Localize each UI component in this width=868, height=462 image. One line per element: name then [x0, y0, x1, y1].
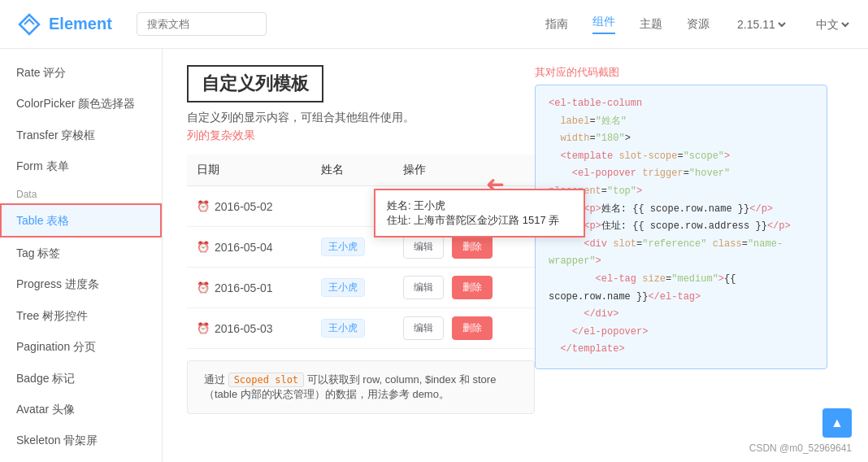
clock-icon: ⏰: [197, 241, 210, 253]
clock-icon: ⏰: [197, 281, 210, 294]
section-sub: 列的复杂效果: [187, 129, 535, 143]
version-select[interactable]: 2.15.11: [734, 17, 788, 32]
logo: Element: [16, 11, 112, 37]
popover-name: 姓名: 王小虎: [387, 198, 572, 213]
sidebar-item-tree[interactable]: Tree 树形控件: [0, 300, 162, 331]
logo-icon: [16, 11, 42, 37]
popover-address: 住址: 上海市普陀区金沙江路 1517 弄: [387, 213, 572, 228]
section-title: 自定义列模板: [187, 65, 323, 102]
sidebar-item-colorpicker[interactable]: ColorPicker 颜色选择器: [0, 88, 162, 119]
delete-button-2[interactable]: 删除: [452, 276, 493, 299]
edit-button-1[interactable]: 编辑: [403, 235, 444, 259]
cell-action-2: 编辑 删除: [393, 268, 535, 308]
code-title: 其对应的代码截图: [535, 65, 827, 80]
cell-date-3: ⏰ 2016-05-03: [187, 308, 311, 349]
cell-name-3: 王小虎: [311, 308, 393, 349]
col-name: 姓名: [311, 155, 393, 186]
sidebar-item-tag[interactable]: Tag 标签: [0, 238, 162, 268]
table-row: ⏰ 2016-05-03 王小虎 编辑 删除: [187, 308, 535, 349]
watermark: CSDN @m0_52969641: [749, 442, 852, 454]
table-area: 日期 姓名 操作 ⏰ 2016-05-02: [187, 155, 535, 349]
delete-button-1[interactable]: 删除: [452, 235, 493, 259]
sidebar-section-data: Data: [0, 182, 162, 203]
cell-action-3: 编辑 删除: [393, 308, 535, 349]
code-section: 其对应的代码截图 ➜ <el-table-column label="姓名" w…: [535, 65, 827, 414]
cell-date-1: ⏰ 2016-05-04: [187, 227, 311, 268]
edit-button-3[interactable]: 编辑: [403, 316, 444, 340]
sidebar-item-skeleton[interactable]: Skeleton 骨架屏: [0, 425, 162, 455]
name-tag-1[interactable]: 王小虎: [321, 238, 365, 256]
bottom-note: 通过 Scoped slot 可以获取到 row, column, $index…: [187, 360, 535, 414]
sidebar-item-avatar[interactable]: Avatar 头像: [0, 394, 162, 425]
edit-button-2[interactable]: 编辑: [403, 276, 444, 299]
cell-date-2: ⏰ 2016-05-01: [187, 268, 311, 308]
sidebar-item-badge[interactable]: Badge 标记: [0, 363, 162, 394]
logo-text: Element: [49, 15, 112, 33]
nav-component[interactable]: 组件: [592, 15, 615, 34]
data-table: 日期 姓名 操作 ⏰ 2016-05-02: [187, 155, 535, 349]
sidebar: Rate 评分 ColorPicker 颜色选择器 Transfer 穿梭框 F…: [0, 49, 163, 462]
name-tag-3[interactable]: 王小虎: [321, 319, 365, 338]
nav: 指南 组件 主题 资源 2.15.11 中文: [545, 15, 852, 34]
name-tag-2[interactable]: 王小虎: [321, 278, 365, 297]
main-content: 自定义列模板 自定义列的显示内容，可组合其他组件使用。 列的复杂效果 日期 姓名…: [163, 49, 868, 462]
sidebar-item-progress[interactable]: Progress 进度条: [0, 268, 162, 299]
table-row: ⏰ 2016-05-01 王小虎 编辑 删除: [187, 268, 535, 308]
language-select[interactable]: 中文: [813, 17, 852, 32]
scroll-top-button[interactable]: ▲: [822, 408, 852, 438]
sidebar-item-table[interactable]: Table 表格: [0, 203, 162, 238]
section-desc: 自定义列的显示内容，可组合其他组件使用。: [187, 111, 535, 125]
sidebar-item-pagination[interactable]: Pagination 分页: [0, 331, 162, 362]
popover-box: 姓名: 王小虎 住址: 上海市普陀区金沙江路 1517 弄: [374, 189, 585, 238]
search-input[interactable]: [137, 12, 267, 36]
col-action: 操作: [393, 155, 535, 186]
header: Element 指南 组件 主题 资源 2.15.11 中文: [0, 0, 868, 49]
sidebar-item-form[interactable]: Form 表单: [0, 150, 162, 181]
nav-guide[interactable]: 指南: [545, 17, 568, 32]
sidebar-item-empty[interactable]: Emply 空状态: [0, 456, 162, 462]
inline-code-scoped: Scoped slot: [228, 373, 304, 387]
clock-icon: ⏰: [197, 200, 210, 212]
col-date: 日期: [187, 155, 311, 186]
nav-resource[interactable]: 资源: [687, 17, 710, 32]
layout: Rate 评分 ColorPicker 颜色选择器 Transfer 穿梭框 F…: [0, 49, 868, 462]
nav-theme[interactable]: 主题: [640, 17, 662, 32]
delete-button-3[interactable]: 删除: [452, 316, 493, 340]
cell-name-2: 王小虎: [311, 268, 393, 308]
sidebar-item-rate[interactable]: Rate 评分: [0, 57, 162, 88]
clock-icon: ⏰: [197, 322, 210, 334]
cell-date-0: ⏰ 2016-05-02: [187, 186, 311, 227]
sidebar-item-transfer[interactable]: Transfer 穿梭框: [0, 120, 162, 150]
